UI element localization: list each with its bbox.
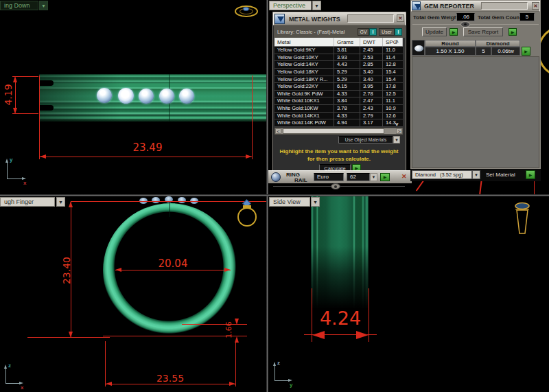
app-logo-icon — [412, 1, 421, 10]
scroll-down-arrow[interactable]: v — [395, 121, 398, 127]
metal-table-row[interactable]: Yellow Gold:18KY5.293.4015.4 — [274, 69, 403, 76]
metal-table-cell: 3.81 — [334, 47, 360, 54]
gem-row-play-icon[interactable]: ▶ — [522, 47, 530, 56]
object-materials-drop-icon[interactable]: ▼ — [393, 136, 400, 143]
gem-stone[interactable] — [159, 89, 174, 104]
gv-toggle-indicator[interactable]: I — [369, 28, 377, 36]
user-toggle-label[interactable]: User — [379, 28, 395, 36]
viewport-dropdown-icon[interactable]: ▼ — [311, 197, 320, 207]
metal-weights-panel: METAL WEIGHTS ✕ Library: Classic - (Fast… — [272, 12, 406, 174]
gem-size-cell[interactable]: 1.50 X 1.50 — [425, 47, 476, 56]
metal-table-cell: 11.4 — [383, 54, 403, 61]
metal-table-row[interactable]: White Gold:10KX13.842.4711.1 — [274, 97, 403, 105]
gem-thumbnail[interactable] — [412, 40, 425, 56]
divider-handle[interactable] — [460, 21, 470, 27]
size-field[interactable]: 62 — [347, 173, 370, 181]
gem-stone[interactable] — [97, 88, 112, 103]
column-header[interactable]: Metal — [274, 38, 334, 46]
column-header[interactable]: SPG — [383, 38, 403, 46]
update-button[interactable]: Update — [422, 27, 447, 36]
scroll-left-button[interactable]: < — [275, 128, 281, 134]
titlebar-inset — [347, 14, 394, 23]
metal-weights-title: METAL WEIGHTS — [289, 16, 340, 23]
currency-field[interactable]: Euro — [314, 173, 344, 181]
total-count-value[interactable]: 5 — [519, 13, 535, 21]
metal-table-cell: White Gold:10KX1 — [274, 97, 334, 104]
size-dropdown-icon[interactable]: ▼ — [370, 173, 377, 181]
gem-count-cell[interactable]: 5 — [476, 47, 491, 56]
dim-arrow — [69, 201, 73, 207]
metal-table-body: Yellow Gold:9KY3.812.4511.0Yellow Gold:1… — [274, 47, 403, 127]
metal-table-cell: 3.40 — [360, 76, 383, 83]
set-material-label[interactable]: Set Material — [486, 172, 515, 178]
scroll-up-arrow[interactable]: ^ — [395, 39, 399, 45]
dim-text-inner-diameter: 20.04 — [149, 257, 197, 270]
dim-arrow — [235, 319, 239, 325]
viewport-dropdown-icon[interactable]: ▼ — [56, 197, 65, 207]
metal-table-row[interactable]: White Gold:9K PdW4.332.7812.5 — [274, 91, 403, 98]
metal-table-cell: 3.40 — [360, 69, 383, 76]
material-dropdown[interactable]: Diamond (3.52 spg) — [412, 170, 472, 179]
column-header[interactable]: Grams — [334, 38, 360, 46]
metal-table-row[interactable]: Yellow Gold:14KY4.432.8512.8 — [274, 61, 403, 69]
viewport-dropdown-icon[interactable]: ▼ — [39, 1, 48, 10]
metal-table-cell: 12.5 — [383, 91, 403, 97]
viewport-label-through-finger[interactable]: ugh Finger — [0, 197, 55, 207]
ring-band-side-view[interactable] — [311, 196, 369, 321]
update-play-icon[interactable]: ▶ — [449, 28, 458, 36]
viewport-through-finger: 23.40 20.04 1.66 23.55 z x — [0, 196, 266, 392]
scroll-right-button[interactable]: > — [396, 128, 402, 134]
metal-table-row[interactable]: Yellow Gold:9KY3.812.4511.0 — [274, 47, 403, 54]
metal-table-row[interactable]: White Gold:14K PdW4.943.1714.3 — [274, 119, 403, 127]
set-material-play-icon[interactable]: ▶ — [526, 170, 535, 179]
gem-weight-cell[interactable]: 0.06tw — [491, 47, 520, 56]
save-report-button[interactable]: Save Report — [463, 27, 503, 36]
gem-stone[interactable] — [179, 89, 194, 104]
metal-table-row[interactable]: Yellow Gold:18KY R...5.293.4015.4 — [274, 76, 403, 84]
hscrollbar[interactable]: < > — [274, 128, 403, 135]
ring-rail-bar: RING RAIL Euro 62 ▼ ▶ ✕ — [268, 170, 412, 183]
dim-text-height: 4.19 — [3, 80, 14, 110]
app-logo-icon — [274, 14, 285, 24]
viewport-dropdown-icon[interactable]: ▼ — [312, 1, 321, 10]
viewport-label-looking-down[interactable]: ing Down — [0, 1, 38, 10]
rail-close-icon[interactable]: ✕ — [401, 173, 407, 180]
save-report-play-icon[interactable]: ▶ — [509, 28, 517, 36]
metal-table-cell: 3.84 — [334, 97, 360, 104]
close-icon[interactable]: ✕ — [532, 2, 539, 10]
object-materials-dropdown[interactable]: Use Object Materials — [338, 136, 393, 143]
total-weight-value[interactable]: .06 — [456, 13, 475, 21]
metal-table-row[interactable]: Yellow Gold:10KY3.932.5311.4 — [274, 54, 403, 62]
dim-arrow — [229, 382, 235, 386]
metal-table-cell: 2.79 — [360, 113, 383, 119]
rail-play-icon[interactable]: ▶ — [380, 173, 390, 181]
metal-table-cell: 5.29 — [334, 76, 360, 83]
viewport-label-side-view[interactable]: Side View — [269, 197, 310, 207]
metal-table-row[interactable]: Yellow Gold:22KY6.153.9517.8 — [274, 83, 403, 91]
metal-table-cell: 2.45 — [360, 47, 383, 54]
metal-table-row[interactable]: White Gold:14KX14.332.7912.6 — [274, 113, 403, 120]
dim-line — [106, 384, 235, 384]
scroll-thumb[interactable] — [283, 128, 384, 134]
metal-table-cell: 2.43 — [360, 105, 383, 112]
column-header[interactable]: DWT — [360, 38, 383, 46]
ring-cross-section[interactable] — [103, 203, 237, 338]
instruction-line2: for then press calculate. — [274, 156, 404, 162]
rail-sphere-icon[interactable] — [271, 172, 281, 182]
application-window: 4.19 23.49 y x ing Down ▼ — [0, 0, 549, 392]
viewport-label-perspective[interactable]: Perspective — [269, 1, 312, 10]
viewport-divider-horizontal[interactable] — [0, 194, 549, 196]
gem-reporter-bottom-strip: Diamond (3.52 spg) ▼ Set Material ▶ — [410, 169, 541, 181]
dim-ext-line — [27, 337, 110, 338]
close-icon[interactable]: ✕ — [397, 14, 404, 22]
user-toggle-indicator[interactable]: I — [395, 28, 402, 36]
rail-slider-handle[interactable] — [331, 183, 340, 189]
dim-ext-line — [252, 76, 253, 159]
gem-stone[interactable] — [118, 88, 134, 104]
metal-table-row[interactable]: White Gold:10KW3.782.4310.9 — [274, 105, 403, 113]
gv-toggle-label[interactable]: GV — [358, 28, 369, 36]
gem-stone[interactable] — [139, 89, 154, 104]
material-dropdown-icon[interactable]: ▼ — [472, 170, 480, 179]
metal-table-cell: 10.9 — [383, 105, 403, 112]
gem-shape-header: Round — [425, 40, 476, 47]
